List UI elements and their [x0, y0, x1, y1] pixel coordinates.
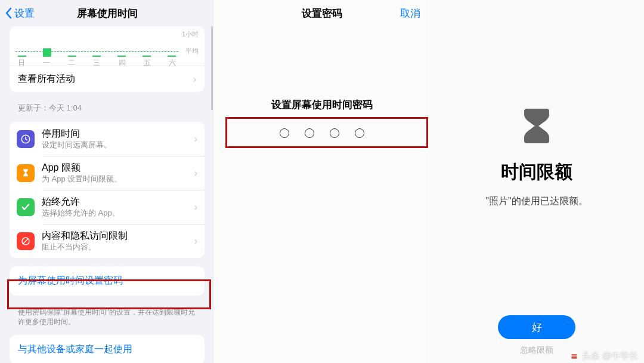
scroll-indicator	[211, 26, 213, 110]
content-privacy-sub: 阻止不当内容。	[42, 242, 190, 252]
nav-bar: 设置密码 取消	[215, 0, 429, 26]
chart-avg-label: 平均	[185, 47, 199, 56]
chevron-left-icon	[5, 7, 12, 19]
downtime-row[interactable]: 停用时间 设定时间远离屏幕。 ›	[10, 122, 205, 156]
page-title: 屏幕使用时间	[77, 7, 138, 20]
downtime-title: 停用时间	[42, 128, 190, 140]
settings-panel: 设置 屏幕使用时间 1小时 平均 日 一 二 三	[0, 0, 215, 363]
watermark-text: 头条 @牛学长	[582, 350, 638, 362]
watermark-icon	[569, 351, 580, 362]
hourglass-icon	[522, 107, 552, 147]
app-limits-sub: 为 App 设置时间限额。	[42, 174, 190, 184]
always-allowed-row[interactable]: 始终允许 选择始终允许的 App。 ›	[10, 190, 205, 224]
app-limits-row[interactable]: App 限额 为 App 设置时间限额。 ›	[10, 156, 205, 190]
back-label: 设置	[14, 7, 35, 20]
chevron-right-icon: ›	[193, 74, 196, 85]
chevron-right-icon: ›	[194, 202, 197, 213]
check-icon	[17, 198, 35, 216]
set-passcode-hint: 使用密码保障"屏幕使用时间"的设置，并在达到限额时允许更多使用时间。	[0, 304, 214, 335]
app-limits-title: App 限额	[42, 162, 190, 174]
last-updated: 更新于：今天 1:04	[0, 98, 214, 122]
ignore-limit-button[interactable]: 忽略限额	[520, 345, 553, 356]
nav-bar: 设置 屏幕使用时间	[0, 0, 214, 26]
limit-title: 时间限额	[429, 160, 644, 184]
passcode-dot	[305, 128, 314, 138]
set-passcode-card: 为屏幕使用时间设置密码	[10, 266, 205, 296]
downtime-icon	[17, 130, 35, 148]
usage-chart-card: 1小时 平均 日 一 二 三 四 五 六	[10, 26, 205, 92]
passcode-dot	[355, 128, 364, 138]
passcode-dot	[330, 128, 339, 138]
back-button[interactable]: 设置	[5, 0, 35, 26]
see-all-label: 查看所有活动	[18, 73, 75, 85]
see-all-activity[interactable]: 查看所有活动 ›	[10, 66, 205, 92]
chart-bars	[18, 39, 176, 57]
content-privacy-row[interactable]: 内容和隐私访问限制 阻止不当内容。 ›	[10, 224, 205, 258]
hourglass-icon	[17, 164, 35, 182]
chart-1h-label: 1小时	[182, 30, 199, 39]
always-allowed-sub: 选择始终允许的 App。	[42, 208, 190, 218]
chevron-right-icon: ›	[194, 236, 197, 247]
cancel-button[interactable]: 取消	[400, 0, 420, 26]
limit-reached-panel: 时间限额 "照片"的使用已达限额。 好 忽略限额	[429, 0, 644, 363]
share-family-card: 与其他设备或家庭一起使用	[10, 335, 205, 363]
ok-button[interactable]: 好	[498, 315, 575, 339]
block-icon	[17, 232, 35, 250]
set-passcode-button[interactable]: 为屏幕使用时间设置密码	[10, 266, 205, 296]
passcode-dot	[280, 128, 289, 138]
passcode-panel: 设置密码 取消 设置屏幕使用时间密码	[215, 0, 429, 363]
chevron-right-icon: ›	[194, 168, 197, 179]
settings-list: 停用时间 设定时间远离屏幕。 › App 限额 为 App 设置时间限额。 ›	[10, 122, 205, 258]
chevron-right-icon: ›	[194, 134, 197, 144]
limit-message: "照片"的使用已达限额。	[429, 195, 644, 208]
passcode-prompt: 设置屏幕使用时间密码	[215, 98, 429, 112]
passcode-dots[interactable]	[215, 128, 429, 138]
page-title: 设置密码	[302, 7, 342, 20]
downtime-sub: 设定时间远离屏幕。	[42, 140, 190, 150]
share-family-button[interactable]: 与其他设备或家庭一起使用	[10, 335, 205, 363]
content-privacy-title: 内容和隐私访问限制	[42, 230, 190, 242]
watermark: 头条 @牛学长	[569, 350, 638, 362]
always-allowed-title: 始终允许	[42, 196, 190, 208]
